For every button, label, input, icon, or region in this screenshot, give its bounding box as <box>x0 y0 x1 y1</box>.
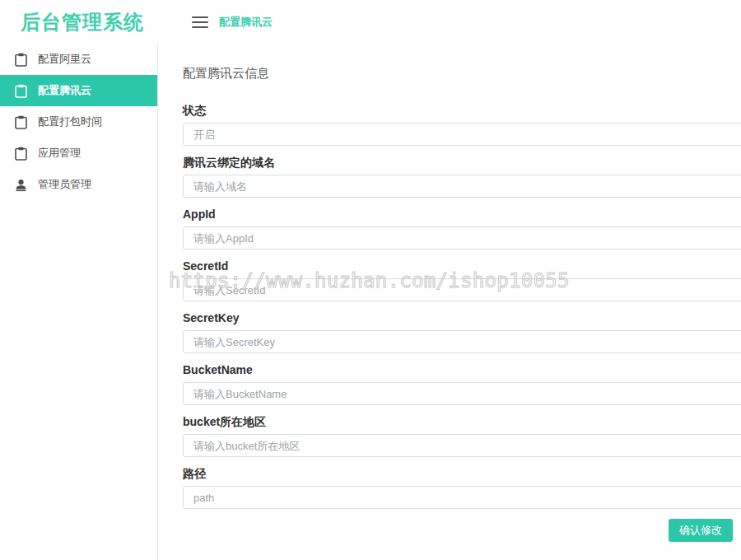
form-field: AppId <box>183 207 741 250</box>
main-content: 配置腾讯云信息 状态 腾讯云绑定的域名 AppId SecretId Secre… <box>159 44 741 560</box>
clipboard-icon <box>15 115 27 129</box>
person-icon <box>15 178 27 192</box>
sidebar-item-label: 管理员管理 <box>38 177 91 192</box>
field-input-3[interactable] <box>183 278 741 301</box>
field-label: 腾讯云绑定的域名 <box>183 155 741 170</box>
sidebar: 配置阿里云 配置腾讯云 配置打包时间 应用管理 <box>0 44 158 560</box>
field-input-6[interactable] <box>183 434 741 457</box>
sidebar-item-0[interactable]: 配置阿里云 <box>0 44 157 75</box>
field-input-0[interactable] <box>183 123 741 146</box>
field-input-1[interactable] <box>183 175 741 198</box>
app-title: 后台管理系统 <box>21 9 144 35</box>
form-field: 腾讯云绑定的域名 <box>183 155 741 198</box>
form-field: bucket所在地区 <box>183 414 741 457</box>
sidebar-item-3[interactable]: 应用管理 <box>0 138 157 169</box>
form-field: SecretKey <box>183 310 741 353</box>
form-field: BucketName <box>183 362 741 405</box>
breadcrumb: 配置腾讯云 <box>219 15 273 30</box>
sidebar-item-label: 配置阿里云 <box>38 52 91 67</box>
hamburger-menu-icon[interactable] <box>192 16 208 28</box>
field-input-4[interactable] <box>183 330 741 353</box>
sidebar-item-label: 配置打包时间 <box>38 114 102 129</box>
form-field: 状态 <box>183 103 741 146</box>
field-label: 路径 <box>183 466 741 482</box>
field-label: BucketName <box>183 362 741 378</box>
confirm-modify-button[interactable]: 确认修改 <box>669 519 733 542</box>
sidebar-item-4[interactable]: 管理员管理 <box>0 169 157 200</box>
page-title: 配置腾讯云信息 <box>183 66 741 82</box>
clipboard-icon <box>15 53 27 67</box>
field-input-7[interactable] <box>183 486 741 509</box>
clipboard-icon <box>15 84 27 98</box>
field-input-2[interactable] <box>183 226 741 250</box>
sidebar-item-2[interactable]: 配置打包时间 <box>0 106 157 138</box>
field-label: 状态 <box>183 103 741 119</box>
field-label: bucket所在地区 <box>183 414 741 430</box>
sidebar-item-label: 配置腾讯云 <box>38 83 91 98</box>
field-label: AppId <box>183 207 741 222</box>
field-input-5[interactable] <box>183 382 741 405</box>
sidebar-item-1[interactable]: 配置腾讯云 <box>0 75 157 106</box>
field-label: SecretKey <box>183 310 741 326</box>
sidebar-item-label: 应用管理 <box>38 146 81 161</box>
clipboard-icon <box>15 147 27 161</box>
form-field: 路径 <box>183 466 741 509</box>
field-label: SecretId <box>183 259 741 274</box>
form-field: SecretId <box>183 259 741 301</box>
header: 后台管理系统 配置腾讯云 <box>0 0 741 44</box>
config-form: 状态 腾讯云绑定的域名 AppId SecretId SecretKey Buc… <box>183 103 741 509</box>
